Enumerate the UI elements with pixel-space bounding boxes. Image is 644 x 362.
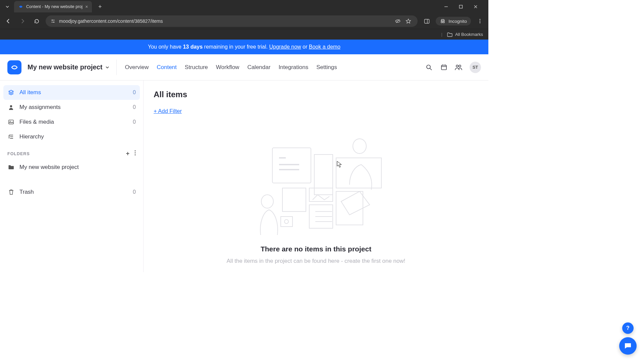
- banner-days: 13 days: [183, 44, 203, 50]
- banner-middle: remaining in your free trial.: [203, 44, 269, 50]
- sidebar-item-count: 0: [133, 119, 136, 125]
- sidebar-item-label: Hierarchy: [19, 133, 44, 140]
- svg-point-29: [135, 152, 136, 153]
- svg-point-30: [135, 154, 136, 155]
- site-settings-icon[interactable]: [50, 18, 56, 24]
- svg-point-41: [284, 220, 288, 224]
- main-nav: Overview Content Structure Workflow Cale…: [125, 64, 337, 71]
- svg-line-14: [430, 68, 432, 70]
- bookmarks-divider: |: [441, 32, 442, 37]
- sidebar-item-count: 0: [133, 89, 136, 96]
- empty-state-subtitle: All the items in the project can be foun…: [154, 258, 478, 264]
- maximize-icon[interactable]: [459, 5, 467, 9]
- nav-overview[interactable]: Overview: [125, 64, 149, 71]
- nav-structure[interactable]: Structure: [185, 64, 208, 71]
- nav-integrations[interactable]: Integrations: [278, 64, 308, 71]
- svg-rect-40: [281, 217, 292, 227]
- main-content: All items + Add Filter: [144, 80, 488, 272]
- app-logo[interactable]: [7, 60, 21, 74]
- upgrade-now-link[interactable]: Upgrade now: [269, 44, 301, 50]
- image-icon: [7, 119, 15, 125]
- sidebar-item-files[interactable]: Files & media 0: [3, 115, 140, 129]
- empty-state: There are no items in this project All t…: [154, 134, 478, 264]
- sidebar-item-label: My new website project: [19, 164, 79, 171]
- tab-title: Content - My new website proj: [26, 4, 83, 9]
- folders-header: FOLDERS +: [3, 144, 140, 160]
- project-name: My new website project: [28, 63, 102, 71]
- close-window-icon[interactable]: [474, 5, 482, 9]
- svg-point-12: [480, 22, 481, 23]
- sidebar-item-assignments[interactable]: My assignments 0: [3, 100, 140, 115]
- nav-calendar[interactable]: Calendar: [247, 64, 270, 71]
- browser-menu-icon[interactable]: [475, 16, 485, 26]
- sidebar: All items 0 My assignments 0 Files & med…: [0, 80, 144, 272]
- svg-point-5: [53, 21, 54, 22]
- side-panel-icon[interactable]: [422, 16, 432, 26]
- banner-or: or: [301, 44, 309, 50]
- calendar-icon[interactable]: [440, 64, 447, 71]
- sidebar-folder-item[interactable]: My new website project: [3, 160, 140, 175]
- empty-state-title: There are no items in this project: [154, 245, 478, 253]
- all-bookmarks-link[interactable]: All Bookmarks: [455, 32, 483, 37]
- sidebar-item-label: All items: [19, 89, 41, 96]
- svg-rect-33: [336, 158, 381, 188]
- nav-workflow[interactable]: Workflow: [216, 64, 239, 71]
- nav-settings[interactable]: Settings: [316, 64, 337, 71]
- folder-icon: [447, 32, 452, 37]
- svg-rect-6: [424, 19, 429, 23]
- svg-rect-1: [460, 5, 463, 8]
- sidebar-item-label: Trash: [19, 189, 34, 195]
- add-filter-button[interactable]: + Add Filter: [154, 108, 182, 114]
- url-text: moodjoy.gathercontent.com/content/385827…: [59, 18, 391, 24]
- address-bar[interactable]: moodjoy.gathercontent.com/content/385827…: [46, 15, 418, 27]
- svg-point-23: [10, 121, 11, 122]
- trial-banner: You only have 13 days remaining in your …: [0, 40, 488, 54]
- chevron-down-icon: [105, 65, 110, 70]
- bookmark-star-icon[interactable]: [406, 18, 413, 24]
- svg-rect-22: [9, 120, 13, 124]
- tab-list-dropdown[interactable]: [3, 2, 12, 11]
- folders-header-label: FOLDERS: [7, 152, 30, 156]
- user-avatar[interactable]: ST: [470, 62, 481, 73]
- page-title: All items: [154, 90, 478, 99]
- svg-point-8: [441, 21, 442, 23]
- sidebar-item-hierarchy[interactable]: Hierarchy: [3, 129, 140, 144]
- back-button[interactable]: [3, 16, 13, 26]
- book-demo-link[interactable]: Book a demo: [309, 44, 340, 50]
- sidebar-item-count: 0: [133, 189, 136, 195]
- banner-prefix: You only have: [148, 44, 183, 50]
- folder-menu-icon[interactable]: [135, 150, 136, 157]
- new-tab-button[interactable]: +: [95, 2, 105, 11]
- browser-tab[interactable]: Content - My new website proj ×: [14, 1, 92, 12]
- svg-point-4: [52, 19, 53, 20]
- incognito-label: Incognito: [448, 19, 467, 24]
- tab-close-icon[interactable]: ×: [85, 4, 88, 9]
- forward-button[interactable]: [17, 16, 28, 26]
- svg-rect-31: [272, 148, 311, 183]
- minimize-icon[interactable]: [444, 5, 452, 9]
- sidebar-item-label: Files & media: [19, 119, 54, 125]
- sidebar-item-all-items[interactable]: All items 0: [3, 85, 140, 100]
- empty-illustration: [249, 134, 383, 238]
- incognito-indicator[interactable]: Incognito: [436, 17, 471, 25]
- svg-rect-15: [441, 65, 446, 70]
- sidebar-item-trash[interactable]: Trash 0: [3, 185, 140, 199]
- svg-point-9: [443, 21, 444, 23]
- hierarchy-icon: [7, 134, 15, 140]
- svg-rect-32: [314, 155, 333, 195]
- nav-content[interactable]: Content: [157, 64, 177, 71]
- reload-button[interactable]: [32, 16, 42, 26]
- sidebar-item-count: 0: [133, 104, 136, 110]
- stack-icon: [7, 89, 15, 96]
- people-icon[interactable]: [455, 64, 462, 71]
- svg-rect-37: [336, 191, 363, 225]
- person-icon: [7, 104, 15, 110]
- add-folder-icon[interactable]: +: [126, 150, 130, 157]
- svg-point-38: [353, 139, 366, 154]
- incognito-icon: [440, 18, 446, 24]
- svg-point-21: [10, 105, 12, 107]
- eye-off-icon[interactable]: [395, 18, 402, 24]
- search-icon[interactable]: [425, 64, 433, 71]
- project-selector[interactable]: My new website project: [28, 60, 117, 75]
- svg-point-13: [427, 65, 430, 69]
